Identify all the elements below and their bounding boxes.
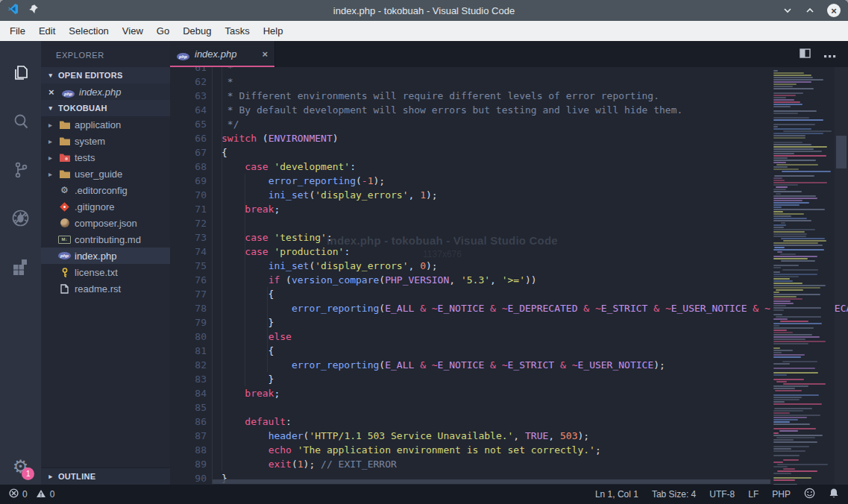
- code-line-78[interactable]: 78 error_reporting(E_ALL & ~E_NOTICE & ~…: [170, 301, 770, 315]
- menu-item-go[interactable]: Go: [150, 21, 176, 41]
- tree-item-user-guide[interactable]: ▸user_guide: [41, 166, 170, 182]
- tree-item-composer-json[interactable]: composer.json: [41, 215, 170, 231]
- minimap[interactable]: [770, 67, 835, 485]
- menu-item-tasks[interactable]: Tasks: [218, 21, 256, 41]
- line-number: 89: [170, 457, 207, 471]
- code-line-67[interactable]: 67{: [170, 145, 770, 160]
- statusbar-item-php[interactable]: PHP: [772, 489, 791, 500]
- feedback-smiley-icon[interactable]: [804, 488, 815, 501]
- code-line-70[interactable]: 70 ini_set('display_errors', 1);: [170, 188, 770, 202]
- statusbar-item-ln-1-col-1[interactable]: Ln 1, Col 1: [595, 489, 638, 500]
- settings-gear-icon[interactable]: ⚙ 1: [13, 458, 29, 476]
- line-number: 63: [170, 89, 207, 103]
- code-line-79[interactable]: 79 }: [170, 315, 770, 330]
- errors-icon[interactable]: [9, 488, 19, 500]
- code-line-71[interactable]: 71 break;: [170, 202, 770, 216]
- explorer-icon[interactable]: [0, 48, 41, 97]
- statusbar-item-tab-size-4[interactable]: Tab Size: 4: [652, 489, 696, 500]
- code-line-69[interactable]: 69 error_reporting(-1);: [170, 174, 770, 188]
- code-line-77[interactable]: 77 {: [170, 287, 770, 301]
- line-number: 73: [170, 230, 207, 245]
- vertical-scrollbar-thumb[interactable]: [836, 136, 847, 168]
- menu-item-file[interactable]: File: [3, 21, 32, 41]
- notifications-bell-icon[interactable]: [829, 488, 839, 501]
- split-editor-icon[interactable]: [800, 48, 811, 61]
- git-icon: [58, 204, 71, 210]
- code-line-62[interactable]: 62 *: [170, 75, 770, 89]
- code-line-84[interactable]: 84 break;: [170, 386, 770, 400]
- tree-item-readme-rst[interactable]: readme.rst: [41, 280, 170, 297]
- code-line-89[interactable]: 89 exit(1); // EXIT_ERROR: [170, 457, 770, 471]
- menu-item-edit[interactable]: Edit: [32, 21, 62, 41]
- maximize-button[interactable]: [805, 5, 815, 16]
- warnings-icon[interactable]: [36, 489, 46, 500]
- open-editor-item[interactable]: ×phpindex.php: [41, 84, 170, 100]
- tree-item-license-txt[interactable]: license.txt: [41, 264, 170, 280]
- menu-item-selection[interactable]: Selection: [62, 21, 115, 41]
- code-line-66[interactable]: 66switch (ENVIRONMENT): [170, 131, 770, 145]
- close-button[interactable]: ×: [827, 4, 841, 17]
- code-line-65[interactable]: 65 */: [170, 117, 770, 131]
- settings-badge: 1: [22, 467, 34, 480]
- code-line-75[interactable]: 75 ini_set('display_errors', 0);: [170, 259, 770, 273]
- pin-icon[interactable]: [28, 4, 39, 17]
- line-number: 62: [170, 75, 207, 89]
- search-icon[interactable]: [0, 97, 41, 145]
- code-line-63[interactable]: 63 * Different environments will require…: [170, 89, 770, 103]
- code-line-73[interactable]: 73 case 'testing':: [170, 230, 770, 245]
- code-line-83[interactable]: 83 }: [170, 372, 770, 386]
- code-line-68[interactable]: 68 case 'development':: [170, 160, 770, 174]
- minimize-button[interactable]: [782, 5, 793, 16]
- code-line-72[interactable]: 72: [170, 216, 770, 230]
- code-line-87[interactable]: 87 header('HTTP/1.1 503 Service Unavaila…: [170, 429, 770, 443]
- tree-item--editorconfig[interactable]: ⚙.editorconfig: [41, 182, 170, 198]
- line-number: 79: [170, 315, 207, 330]
- menu-item-help[interactable]: Help: [257, 21, 290, 41]
- code-line-81[interactable]: 81 {: [170, 344, 770, 358]
- code-line-82[interactable]: 82 error_reporting(E_ALL & ~E_NOTICE & ~…: [170, 358, 770, 372]
- tree-item-tests[interactable]: ▸tests: [41, 149, 170, 166]
- menu-item-debug[interactable]: Debug: [176, 21, 218, 41]
- debug-icon[interactable]: [0, 194, 41, 242]
- code-line-86[interactable]: 86 default:: [170, 415, 770, 429]
- errors-count[interactable]: 0: [22, 489, 28, 500]
- tab-index-php[interactable]: php index.php ×: [170, 41, 275, 67]
- menu-item-view[interactable]: View: [116, 21, 150, 41]
- code-line-88[interactable]: 88 echo 'The application environment is …: [170, 443, 770, 457]
- tree-item-label: .gitignore: [75, 201, 114, 212]
- source-control-icon[interactable]: [0, 145, 41, 194]
- vertical-scrollbar[interactable]: [835, 67, 848, 485]
- code-lines: 61 *62 *63 * Different environments will…: [170, 67, 770, 485]
- tree-item-label: system: [75, 136, 105, 147]
- project-header[interactable]: ▾ TOKOBUAH: [41, 100, 170, 116]
- line-number: 70: [170, 188, 207, 202]
- extensions-icon[interactable]: [0, 242, 41, 291]
- horizontal-scrollbar-thumb[interactable]: [213, 479, 770, 484]
- more-actions-icon[interactable]: [824, 48, 836, 61]
- code-editor[interactable]: 61 *62 *63 * Different environments will…: [170, 67, 848, 485]
- tree-item-index-php[interactable]: phpindex.php: [41, 248, 170, 264]
- line-number: 69: [170, 174, 207, 188]
- open-editor-label: index.php: [79, 86, 121, 98]
- code-line-61[interactable]: 61 *: [170, 67, 770, 75]
- tree-item-contributing-md[interactable]: M↓contributing.md: [41, 231, 170, 248]
- code-line-64[interactable]: 64 * By default development will show er…: [170, 103, 770, 117]
- tree-item-label: index.php: [75, 251, 116, 262]
- explorer-sidebar: EXPLORER ▾ OPEN EDITORS ×phpindex.php ▾ …: [41, 41, 170, 485]
- statusbar-item-utf-8[interactable]: UTF-8: [709, 489, 735, 500]
- code-line-76[interactable]: 76 if (version_compare(PHP_VERSION, '5.3…: [170, 273, 770, 287]
- tree-item-application[interactable]: ▸application: [41, 116, 170, 133]
- code-line-85[interactable]: 85: [170, 400, 770, 415]
- tree-item-system[interactable]: ▸system: [41, 133, 170, 149]
- warnings-count[interactable]: 0: [50, 489, 55, 500]
- line-number: 90: [170, 471, 207, 485]
- window-title: index.php - tokobuah - Visual Studio Cod…: [0, 5, 848, 16]
- statusbar-item-lf[interactable]: LF: [748, 489, 759, 500]
- line-number: 81: [170, 344, 207, 358]
- open-editors-header[interactable]: ▾ OPEN EDITORS: [41, 67, 170, 84]
- close-editor-icon[interactable]: ×: [48, 86, 57, 98]
- code-line-80[interactable]: 80 else: [170, 330, 770, 344]
- code-line-74[interactable]: 74 case 'production':: [170, 245, 770, 259]
- tab-close-icon[interactable]: ×: [262, 48, 268, 60]
- tree-item--gitignore[interactable]: .gitignore: [41, 198, 170, 215]
